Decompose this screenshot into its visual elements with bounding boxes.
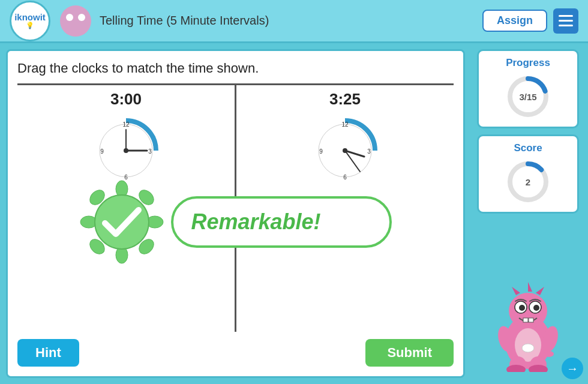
hamburger-line-1 — [559, 15, 573, 17]
svg-text:9: 9 — [100, 148, 104, 155]
svg-point-15 — [343, 148, 347, 153]
bottom-bar: Hint Submit — [17, 339, 454, 367]
mascot-area — [489, 220, 567, 378]
menu-button[interactable] — [553, 8, 578, 34]
clock-face-2[interactable]: 12 3 6 9 — [309, 115, 381, 187]
svg-text:3: 3 — [148, 148, 152, 155]
clock-label-2: 3:25 — [329, 90, 361, 109]
next-button[interactable]: → — [562, 358, 583, 379]
clock-face-1[interactable]: 12 3 6 9 — [90, 115, 162, 187]
instruction-text: Drag the clocks to match the time shown. — [17, 61, 454, 76]
logo-bulb-icon: 💡 — [26, 22, 34, 29]
logo-text: iknowit — [14, 13, 46, 22]
svg-rect-35 — [523, 318, 528, 322]
main-layout: Drag the clocks to match the time shown.… — [0, 43, 588, 384]
progress-value: 3/15 — [519, 92, 536, 102]
check-badge — [80, 180, 164, 264]
feedback-overlay: Remarkable! — [80, 180, 392, 264]
assign-button[interactable]: Assign — [482, 10, 547, 32]
svg-point-34 — [533, 305, 539, 311]
hamburger-line-2 — [559, 20, 573, 22]
svg-marker-39 — [536, 287, 544, 295]
activity-icon — [60, 5, 91, 37]
svg-text:3: 3 — [367, 148, 371, 155]
svg-text:12: 12 — [341, 121, 349, 128]
clock-label-1: 3:00 — [110, 90, 142, 109]
activity-panel: Drag the clocks to match the time shown.… — [6, 49, 465, 378]
flower-svg — [80, 180, 164, 264]
clock-svg-2: 12 3 6 9 — [309, 115, 381, 187]
svg-point-30 — [509, 293, 547, 329]
progress-donut: 3/15 — [504, 73, 552, 121]
clock-svg-1: 12 3 6 9 — [90, 115, 162, 187]
svg-point-7 — [124, 148, 128, 153]
logo: iknowit 💡 — [10, 1, 50, 41]
hint-button[interactable]: Hint — [17, 339, 79, 367]
svg-marker-38 — [528, 282, 532, 292]
progress-widget: Progress 3/15 — [477, 49, 579, 128]
svg-text:9: 9 — [319, 148, 323, 155]
svg-point-33 — [519, 305, 525, 311]
svg-point-48 — [522, 344, 534, 352]
mascot-svg — [489, 270, 567, 372]
header-title: Telling Time (5 Minute Intervals) — [100, 14, 269, 28]
feedback-message: Remarkable! — [171, 196, 392, 248]
header-actions: Assign — [482, 8, 578, 34]
score-title: Score — [514, 142, 542, 154]
right-panel: Progress 3/15 Score — [468, 43, 588, 384]
submit-button[interactable]: Submit — [365, 339, 454, 367]
arrow-right-icon: → — [566, 362, 578, 376]
score-value: 2 — [526, 177, 530, 187]
hamburger-line-3 — [559, 25, 573, 26]
score-donut: 2 — [504, 158, 552, 206]
svg-point-47 — [544, 351, 554, 357]
svg-marker-37 — [512, 287, 520, 295]
svg-text:12: 12 — [122, 121, 130, 128]
header: iknowit 💡 Telling Time (5 Minute Interva… — [0, 0, 588, 43]
progress-title: Progress — [506, 57, 550, 69]
svg-rect-36 — [529, 318, 533, 322]
score-widget: Score 2 — [477, 134, 579, 214]
